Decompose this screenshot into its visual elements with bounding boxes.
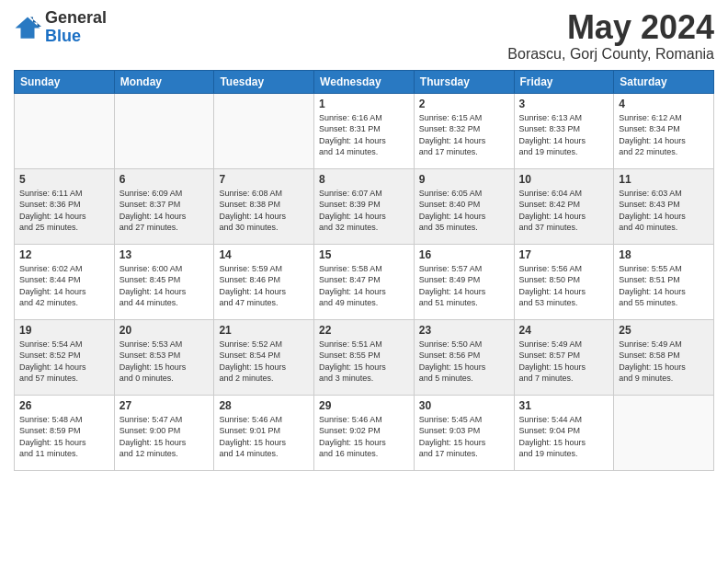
day-info: Sunrise: 5:56 AM Sunset: 8:50 PM Dayligh… (519, 263, 609, 309)
calendar-cell (15, 93, 115, 168)
day-info: Sunrise: 6:05 AM Sunset: 8:40 PM Dayligh… (419, 188, 509, 234)
calendar-cell: 17Sunrise: 5:56 AM Sunset: 8:50 PM Dayli… (514, 244, 614, 319)
calendar-cell: 29Sunrise: 5:46 AM Sunset: 9:02 PM Dayli… (314, 395, 415, 470)
calendar-cell: 2Sunrise: 6:15 AM Sunset: 8:32 PM Daylig… (414, 93, 514, 168)
day-info: Sunrise: 6:15 AM Sunset: 8:32 PM Dayligh… (419, 112, 509, 158)
calendar-cell: 4Sunrise: 6:12 AM Sunset: 8:34 PM Daylig… (614, 93, 714, 168)
calendar-cell: 27Sunrise: 5:47 AM Sunset: 9:00 PM Dayli… (114, 395, 214, 470)
main-title: May 2024 (507, 9, 714, 46)
day-number: 9 (419, 173, 509, 186)
calendar-cell: 28Sunrise: 5:46 AM Sunset: 9:01 PM Dayli… (214, 395, 314, 470)
day-info: Sunrise: 5:55 AM Sunset: 8:51 PM Dayligh… (619, 263, 709, 309)
day-info: Sunrise: 5:59 AM Sunset: 8:46 PM Dayligh… (219, 263, 309, 309)
calendar-header-thursday: Thursday (414, 70, 514, 93)
day-info: Sunrise: 6:08 AM Sunset: 8:38 PM Dayligh… (219, 188, 309, 234)
calendar-cell: 31Sunrise: 5:44 AM Sunset: 9:04 PM Dayli… (514, 395, 614, 470)
day-info: Sunrise: 5:44 AM Sunset: 9:04 PM Dayligh… (519, 414, 609, 460)
logo-icon (14, 14, 41, 41)
calendar-cell: 7Sunrise: 6:08 AM Sunset: 8:38 PM Daylig… (214, 168, 314, 244)
calendar-cell: 20Sunrise: 5:53 AM Sunset: 8:53 PM Dayli… (114, 319, 214, 395)
calendar-cell: 24Sunrise: 5:49 AM Sunset: 8:57 PM Dayli… (514, 319, 614, 395)
calendar-week-2: 5Sunrise: 6:11 AM Sunset: 8:36 PM Daylig… (15, 168, 714, 244)
header: General Blue May 2024 Borascu, Gorj Coun… (14, 9, 714, 63)
day-number: 28 (219, 399, 309, 412)
calendar-cell: 22Sunrise: 5:51 AM Sunset: 8:55 PM Dayli… (314, 319, 415, 395)
calendar-header-tuesday: Tuesday (214, 70, 314, 93)
calendar-cell: 26Sunrise: 5:48 AM Sunset: 8:59 PM Dayli… (15, 395, 115, 470)
calendar-cell: 1Sunrise: 6:16 AM Sunset: 8:31 PM Daylig… (314, 93, 415, 168)
day-info: Sunrise: 5:51 AM Sunset: 8:55 PM Dayligh… (319, 339, 409, 385)
day-number: 11 (619, 173, 709, 186)
calendar-week-1: 1Sunrise: 6:16 AM Sunset: 8:31 PM Daylig… (15, 93, 714, 168)
day-info: Sunrise: 5:54 AM Sunset: 8:52 PM Dayligh… (19, 339, 109, 385)
calendar-week-4: 19Sunrise: 5:54 AM Sunset: 8:52 PM Dayli… (15, 319, 714, 395)
day-info: Sunrise: 5:52 AM Sunset: 8:54 PM Dayligh… (219, 339, 309, 385)
calendar-cell: 11Sunrise: 6:03 AM Sunset: 8:43 PM Dayli… (614, 168, 714, 244)
day-number: 3 (519, 98, 609, 110)
logo-text: General Blue (45, 9, 107, 46)
day-number: 21 (219, 324, 309, 337)
day-info: Sunrise: 5:57 AM Sunset: 8:49 PM Dayligh… (419, 263, 509, 309)
calendar-cell (214, 93, 314, 168)
calendar-week-3: 12Sunrise: 6:02 AM Sunset: 8:44 PM Dayli… (15, 244, 714, 319)
calendar-cell (614, 395, 714, 470)
day-info: Sunrise: 6:04 AM Sunset: 8:42 PM Dayligh… (519, 188, 609, 234)
day-number: 30 (419, 399, 509, 412)
calendar-cell: 15Sunrise: 5:58 AM Sunset: 8:47 PM Dayli… (314, 244, 415, 319)
day-number: 4 (619, 98, 709, 110)
calendar-cell: 18Sunrise: 5:55 AM Sunset: 8:51 PM Dayli… (614, 244, 714, 319)
day-info: Sunrise: 6:12 AM Sunset: 8:34 PM Dayligh… (619, 112, 709, 158)
calendar-cell: 8Sunrise: 6:07 AM Sunset: 8:39 PM Daylig… (314, 168, 415, 244)
day-info: Sunrise: 6:16 AM Sunset: 8:31 PM Dayligh… (319, 112, 409, 158)
day-info: Sunrise: 5:47 AM Sunset: 9:00 PM Dayligh… (119, 414, 210, 460)
day-info: Sunrise: 5:46 AM Sunset: 9:02 PM Dayligh… (319, 414, 409, 460)
day-number: 19 (19, 324, 109, 337)
calendar-cell: 6Sunrise: 6:09 AM Sunset: 8:37 PM Daylig… (114, 168, 214, 244)
day-number: 23 (419, 324, 509, 337)
calendar-cell: 5Sunrise: 6:11 AM Sunset: 8:36 PM Daylig… (15, 168, 115, 244)
logo-general: General (45, 9, 107, 28)
calendar-cell: 3Sunrise: 6:13 AM Sunset: 8:33 PM Daylig… (514, 93, 614, 168)
day-info: Sunrise: 5:46 AM Sunset: 9:01 PM Dayligh… (219, 414, 309, 460)
day-number: 14 (219, 248, 309, 261)
calendar-header-row: SundayMondayTuesdayWednesdayThursdayFrid… (15, 70, 714, 93)
day-number: 6 (119, 173, 210, 186)
logo-blue: Blue (45, 28, 107, 46)
calendar-header-wednesday: Wednesday (314, 70, 415, 93)
day-info: Sunrise: 5:50 AM Sunset: 8:56 PM Dayligh… (419, 339, 509, 385)
day-number: 8 (319, 173, 409, 186)
day-info: Sunrise: 6:11 AM Sunset: 8:36 PM Dayligh… (19, 188, 109, 234)
day-number: 18 (619, 248, 709, 261)
day-number: 13 (119, 248, 210, 261)
day-info: Sunrise: 5:48 AM Sunset: 8:59 PM Dayligh… (19, 414, 109, 460)
day-info: Sunrise: 5:49 AM Sunset: 8:57 PM Dayligh… (519, 339, 609, 385)
day-info: Sunrise: 6:13 AM Sunset: 8:33 PM Dayligh… (519, 112, 609, 158)
calendar-header-sunday: Sunday (15, 70, 115, 93)
calendar-cell: 9Sunrise: 6:05 AM Sunset: 8:40 PM Daylig… (414, 168, 514, 244)
calendar-header-friday: Friday (514, 70, 614, 93)
calendar-table: SundayMondayTuesdayWednesdayThursdayFrid… (14, 70, 714, 471)
day-number: 24 (519, 324, 609, 337)
day-number: 15 (319, 248, 409, 261)
calendar-cell: 10Sunrise: 6:04 AM Sunset: 8:42 PM Dayli… (514, 168, 614, 244)
page: General Blue May 2024 Borascu, Gorj Coun… (0, 0, 728, 563)
calendar-cell: 19Sunrise: 5:54 AM Sunset: 8:52 PM Dayli… (15, 319, 115, 395)
calendar-cell: 13Sunrise: 6:00 AM Sunset: 8:45 PM Dayli… (114, 244, 214, 319)
calendar-cell: 21Sunrise: 5:52 AM Sunset: 8:54 PM Dayli… (214, 319, 314, 395)
calendar-cell: 16Sunrise: 5:57 AM Sunset: 8:49 PM Dayli… (414, 244, 514, 319)
day-number: 16 (419, 248, 509, 261)
day-number: 25 (619, 324, 709, 337)
day-info: Sunrise: 5:49 AM Sunset: 8:58 PM Dayligh… (619, 339, 709, 385)
day-number: 7 (219, 173, 309, 186)
day-info: Sunrise: 6:02 AM Sunset: 8:44 PM Dayligh… (19, 263, 109, 309)
day-info: Sunrise: 5:53 AM Sunset: 8:53 PM Dayligh… (119, 339, 210, 385)
calendar-header-saturday: Saturday (614, 70, 714, 93)
day-number: 20 (119, 324, 210, 337)
logo: General Blue (14, 9, 107, 46)
calendar-cell: 30Sunrise: 5:45 AM Sunset: 9:03 PM Dayli… (414, 395, 514, 470)
calendar-cell (114, 93, 214, 168)
day-info: Sunrise: 6:07 AM Sunset: 8:39 PM Dayligh… (319, 188, 409, 234)
day-number: 12 (19, 248, 109, 261)
day-number: 17 (519, 248, 609, 261)
title-block: May 2024 Borascu, Gorj County, Romania (507, 9, 714, 63)
